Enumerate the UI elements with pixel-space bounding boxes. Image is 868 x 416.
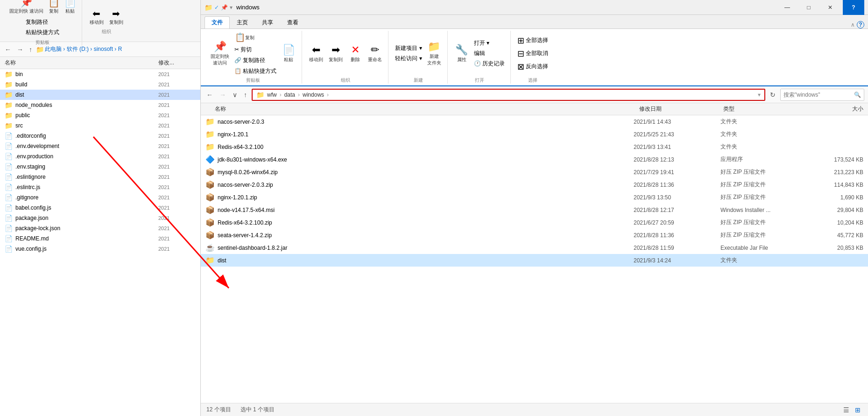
paste-shortcut-button[interactable]: 📋 粘贴快捷方式 <box>233 66 278 76</box>
tab-share[interactable]: 共享 <box>255 16 280 28</box>
file-date: 2021 <box>158 226 196 231</box>
grid-view-button[interactable]: ⊞ <box>853 405 862 415</box>
minimize-button[interactable]: — <box>776 0 798 15</box>
addr-part-windows[interactable]: windows <box>303 92 324 98</box>
new-item-button[interactable]: 新建项目 ▾ <box>393 43 423 53</box>
size-col-header[interactable]: 大小 <box>807 105 863 113</box>
pin-to-quick-access-button[interactable]: 📌 固定到快 速访问 <box>7 0 45 15</box>
table-row[interactable]: 📦 node-v14.17.5-x64.msi 2021/8/28 12:17 … <box>201 204 868 216</box>
addr-part-wfw[interactable]: wfw <box>267 92 277 98</box>
help-ribbon-icon[interactable]: ? <box>857 21 864 28</box>
addr-forward-button[interactable]: → <box>218 90 228 99</box>
up-button-left[interactable]: ↑ <box>27 45 34 54</box>
table-row[interactable]: 📦 nacos-server-2.0.3.zip 2021/8/28 11:36… <box>201 178 868 191</box>
maximize-button[interactable]: □ <box>798 0 819 15</box>
move-to-button[interactable]: ⬅ 移动到 <box>307 42 325 64</box>
file-date: 2021 <box>158 215 196 221</box>
new-folder-button[interactable]: 📁 新建文件夹 <box>425 39 444 68</box>
properties-button[interactable]: 🔧 属性 <box>452 42 471 64</box>
easy-access-button[interactable]: 轻松访问 ▾ <box>393 54 423 63</box>
select-all-button[interactable]: ⊞ 全部选择 <box>515 35 550 47</box>
table-row[interactable]: 📁 dist 2021/9/3 14:24 文件夹 <box>201 254 868 267</box>
list-item[interactable]: 📄 .gitignore 2021 <box>0 192 200 203</box>
list-item[interactable]: 📁 src 2021 <box>0 120 200 131</box>
select-none-button[interactable]: ⊟ 全部取消 <box>515 48 550 60</box>
invert-selection-button[interactable]: ⊠ 反向选择 <box>515 61 550 73</box>
addr-up-button[interactable]: ↑ <box>242 90 249 99</box>
copyto-icon: ➡ <box>332 44 340 56</box>
exe-icon: 🔷 <box>205 155 215 164</box>
list-item[interactable]: 📄 babel.config.js 2021 <box>0 203 200 213</box>
table-row[interactable]: 📁 nginx-1.20.1 2021/5/25 21:43 文件夹 <box>201 128 868 141</box>
tab-view[interactable]: 查看 <box>280 16 305 28</box>
list-item[interactable]: 📁 build 2021 <box>0 79 200 90</box>
back-button-left[interactable]: ← <box>3 45 13 54</box>
collapse-ribbon-icon[interactable]: ∧ <box>851 21 855 28</box>
type-col-header[interactable]: 类型 <box>723 105 807 113</box>
file-icon: 📄 <box>5 214 13 222</box>
copy-path-button-left[interactable]: 复制路径 <box>24 17 61 27</box>
history-button[interactable]: 🕐 历史记录 <box>472 59 507 69</box>
paste-button[interactable]: 📄 粘贴 <box>279 42 298 64</box>
paste-button-left[interactable]: 📄 粘贴 <box>63 0 78 15</box>
list-item[interactable]: 📄 .env.staging 2021 <box>0 162 200 172</box>
date-column-header-left[interactable]: 修改... <box>158 59 196 67</box>
name-column-header-left[interactable]: 名称 <box>5 59 158 67</box>
list-item[interactable]: 📄 package.json 2021 <box>0 213 200 223</box>
addr-part-data[interactable]: data <box>284 92 295 98</box>
delete-button[interactable]: ✕ 删除 <box>346 42 365 64</box>
move-to-button-left[interactable]: ⬅ 移动到 <box>88 7 106 27</box>
date-col-header[interactable]: 修改日期 <box>639 105 723 113</box>
table-row[interactable]: ☕ sentinel-dashboard-1.8.2.jar 2021/8/28… <box>201 241 868 254</box>
table-row[interactable]: 📦 nginx-1.20.1.zip 2021/9/3 13:50 好压 ZIP… <box>201 191 868 204</box>
addr-refresh-button[interactable]: ↻ <box>768 90 777 99</box>
help-button[interactable]: ? <box>843 0 864 15</box>
paste-shortcut-button-left[interactable]: 粘贴快捷方式 <box>24 28 61 37</box>
new-buttons: 新建项目 ▾ 轻松访问 ▾ 📁 新建文件夹 <box>393 31 443 76</box>
file-size: 173,524 KB <box>807 156 863 163</box>
file-size: 45,772 KB <box>807 232 863 239</box>
list-item[interactable]: 📁 dist 2021 <box>0 90 200 100</box>
tab-home[interactable]: 主页 <box>230 16 255 28</box>
table-row[interactable]: 📦 mysql-8.0.26-winx64.zip 2021/7/29 19:4… <box>201 166 868 178</box>
list-item[interactable]: 📄 .env.development 2021 <box>0 141 200 151</box>
copy-to-button-left[interactable]: ➡ 复制到 <box>107 7 125 27</box>
search-input[interactable] <box>783 92 852 98</box>
addr-back-button[interactable]: ← <box>205 90 215 99</box>
edit-button[interactable]: 编辑 <box>472 49 507 58</box>
copy-to-button[interactable]: ➡ 复制到 <box>326 42 345 64</box>
list-item[interactable]: 📁 public 2021 <box>0 110 200 120</box>
table-row[interactable]: 📦 Redis-x64-3.2.100.zip 2021/6/27 20:59 … <box>201 216 868 229</box>
list-item[interactable]: 📄 .env.production 2021 <box>0 151 200 162</box>
tab-file[interactable]: 文件 <box>205 16 230 28</box>
list-item[interactable]: 📄 .eslintignore 2021 <box>0 172 200 182</box>
pin-quick-access-button[interactable]: 📌 固定到快速访问 <box>208 39 232 68</box>
copy-path-button[interactable]: 🔗 复制路径 <box>233 56 278 65</box>
copy-button-left[interactable]: 📋 复制 <box>46 0 62 15</box>
table-row[interactable]: 📁 Redis-x64-3.2.100 2021/9/3 13:41 文件夹 <box>201 141 868 153</box>
forward-button-left[interactable]: → <box>15 45 25 54</box>
table-row[interactable]: 📁 nacos-server-2.0.3 2021/9/1 14:43 文件夹 <box>201 115 868 128</box>
list-item[interactable]: 📄 vue.config.js 2021 <box>0 244 200 254</box>
cut-button[interactable]: ✂ 剪切 <box>233 45 278 55</box>
search-box[interactable]: 🔍 <box>780 89 864 101</box>
file-date: 2021/5/25 21:43 <box>634 131 718 138</box>
list-view-button[interactable]: ☰ <box>841 405 851 415</box>
open-button[interactable]: 打开 ▾ <box>472 38 507 48</box>
table-row[interactable]: 🔷 jdk-8u301-windows-x64.exe 2021/8/28 12… <box>201 153 868 166</box>
list-item[interactable]: 📄 .editorconfig 2021 <box>0 131 200 141</box>
close-button[interactable]: ✕ <box>819 0 841 15</box>
list-item[interactable]: 📄 package-lock.json 2021 <box>0 223 200 233</box>
list-item[interactable]: 📄 README.md 2021 <box>0 233 200 244</box>
list-item[interactable]: 📁 bin 2021 <box>0 69 200 79</box>
name-col-header[interactable]: 名称 <box>215 105 639 113</box>
copy-button[interactable]: 📋 复制 <box>233 31 278 44</box>
table-row[interactable]: 📦 seata-server-1.4.2.zip 2021/8/28 11:36… <box>201 229 868 241</box>
rename-button[interactable]: ✏ 重命名 <box>366 42 384 64</box>
address-box[interactable]: 📁 wfw › data › windows › ▾ <box>252 89 765 101</box>
addr-dropdown-icon[interactable]: ▾ <box>758 92 761 98</box>
list-item[interactable]: 📄 .eslintrc.js 2021 <box>0 182 200 192</box>
addr-recent-button[interactable]: ∨ <box>231 90 239 99</box>
list-item[interactable]: 📁 node_modules 2021 <box>0 100 200 110</box>
dropdown-title-icon[interactable]: ▾ <box>230 4 233 11</box>
